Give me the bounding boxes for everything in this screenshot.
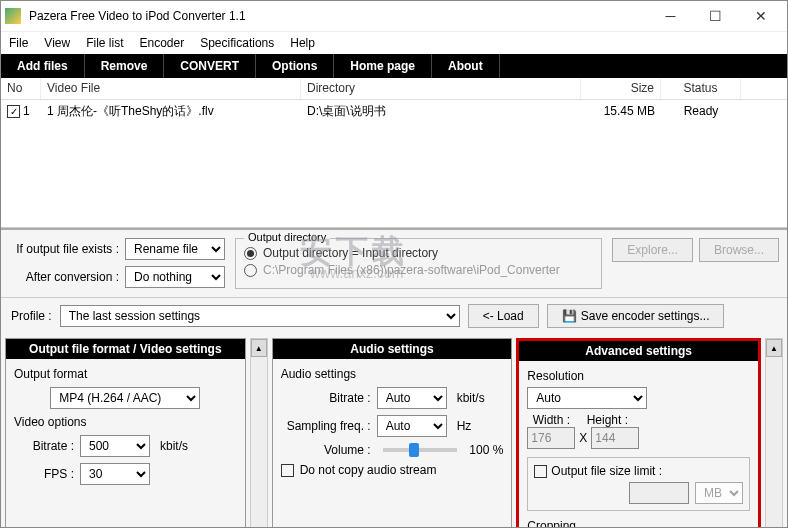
addfiles-button[interactable]: Add files [1,54,85,78]
sampling-unit: Hz [457,419,472,433]
homepage-button[interactable]: Home page [334,54,432,78]
profile-bar: Profile : The last session settings <- L… [1,297,787,334]
minimize-button[interactable]: ─ [648,1,693,31]
sizelimit-checkbox[interactable] [534,465,547,478]
scroll-up-icon[interactable]: ▲ [251,339,267,357]
audio-panel: Audio settings Audio settings Bitrate : … [272,338,513,528]
width-spin[interactable]: 176 [527,427,575,449]
cropping-label: Cropping [527,519,750,528]
output-format-label: Output format [14,367,237,381]
output-options-panel: If output file exists : Rename file Afte… [1,228,787,297]
col-file[interactable]: Video File [41,78,301,99]
nocopy-label: Do not copy audio stream [300,463,437,477]
if-exists-select[interactable]: Rename file [125,238,225,260]
menu-encoder[interactable]: Encoder [139,36,184,50]
sampling-select[interactable]: Auto [377,415,447,437]
if-exists-label: If output file exists : [9,242,119,256]
audio-panel-title: Audio settings [273,339,512,359]
volume-slider[interactable] [383,448,458,452]
toolbar: Add files Remove CONVERT Options Home pa… [1,54,787,78]
app-icon [5,8,21,24]
volume-label: Volume : [281,443,371,457]
profile-label: Profile : [11,309,52,323]
output-dir-group: Output directory Output directory = Inpu… [235,238,602,289]
row-status: Ready [661,102,741,120]
vbitrate-label: Bitrate : [14,439,74,453]
height-label: Height : [583,413,631,427]
table-row[interactable]: ✓ 1 1 周杰伦-《听TheShy的话》.flv D:\桌面\说明书 15.4… [1,100,787,122]
advanced-panel: Advanced settings Resolution Auto Width … [516,338,761,528]
col-no[interactable]: No [1,78,41,99]
video-options-label: Video options [14,415,237,429]
height-spin[interactable]: 144 [591,427,639,449]
outdir-legend: Output directory [244,231,330,243]
maximize-button[interactable]: ☐ [693,1,738,31]
resolution-label: Resolution [527,369,750,383]
row-dir: D:\桌面\说明书 [301,101,581,122]
col-status[interactable]: Status [661,78,741,99]
col-size[interactable]: Size [581,78,661,99]
outdir-opt1: Output directory = Input directory [263,246,438,260]
abitrate-select[interactable]: Auto [377,387,447,409]
outdir-radio-same[interactable] [244,247,257,260]
menu-file[interactable]: File [9,36,28,50]
outdir-opt2: C:\Program Files (x86)\pazera-software\i… [263,263,560,277]
load-button[interactable]: <- Load [468,304,539,328]
row-no: 1 [23,104,30,118]
after-label: After conversion : [9,270,119,284]
remove-button[interactable]: Remove [85,54,165,78]
sizelimit-label: Output file size limit : [551,464,662,478]
fps-select[interactable]: 30 [80,463,150,485]
output-panel-title: Output file format / Video settings [6,339,245,359]
scroll-up-icon[interactable]: ▲ [766,339,782,357]
output-format-select[interactable]: MP4 (H.264 / AAC) [50,387,200,409]
resolution-select[interactable]: Auto [527,387,647,409]
file-list-header: No Video File Directory Size Status [1,78,787,100]
settings-area: Output file format / Video settings Outp… [1,334,787,528]
menu-bar: File View File list Encoder Specificatio… [1,31,787,54]
close-button[interactable]: ✕ [738,1,783,31]
output-scrollbar[interactable]: ▲ ▼ [250,338,268,528]
convert-button[interactable]: CONVERT [164,54,256,78]
browse-button[interactable]: Browse... [699,238,779,262]
advanced-panel-title: Advanced settings [519,341,758,361]
width-label: Width : [527,413,575,427]
outdir-radio-custom[interactable] [244,264,257,277]
col-dir[interactable]: Directory [301,78,581,99]
sizelimit-input[interactable] [629,482,689,504]
explore-button[interactable]: Explore... [612,238,693,262]
menu-filelist[interactable]: File list [86,36,123,50]
menu-help[interactable]: Help [290,36,315,50]
abitrate-label: Bitrate : [281,391,371,405]
fps-label: FPS : [14,467,74,481]
audio-sub-label: Audio settings [281,367,504,381]
row-checkbox[interactable]: ✓ [7,105,20,118]
row-size: 15.45 MB [581,102,661,120]
profile-select[interactable]: The last session settings [60,305,460,327]
output-format-panel: Output file format / Video settings Outp… [5,338,246,528]
options-button[interactable]: Options [256,54,334,78]
abitrate-unit: kbit/s [457,391,485,405]
row-file: 1 周杰伦-《听TheShy的话》.flv [41,101,301,122]
nocopy-checkbox[interactable] [281,464,294,477]
volume-value: 100 % [469,443,503,457]
about-button[interactable]: About [432,54,500,78]
after-select[interactable]: Do nothing [125,266,225,288]
menu-view[interactable]: View [44,36,70,50]
vbitrate-select[interactable]: 500 [80,435,150,457]
sizelimit-unit[interactable]: MB [695,482,743,504]
vbitrate-unit: kbit/s [160,439,188,453]
save-icon: 💾 [562,309,577,323]
title-bar: Pazera Free Video to iPod Converter 1.1 … [1,1,787,31]
advanced-scrollbar[interactable]: ▲ ▼ [765,338,783,528]
file-list: No Video File Directory Size Status ✓ 1 … [1,78,787,228]
menu-spec[interactable]: Specifications [200,36,274,50]
window-title: Pazera Free Video to iPod Converter 1.1 [29,9,648,23]
sampling-label: Sampling freq. : [281,419,371,433]
save-encoder-button[interactable]: 💾 Save encoder settings... [547,304,725,328]
